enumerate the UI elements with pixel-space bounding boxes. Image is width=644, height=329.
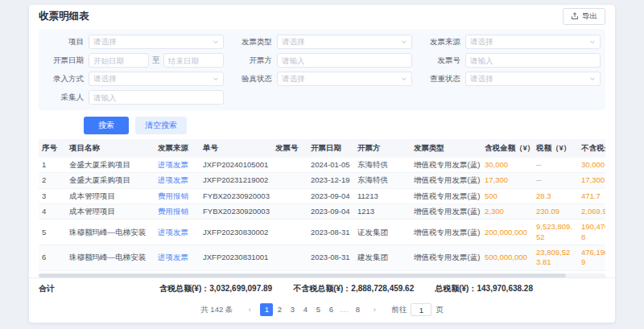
horizontal-scrollbar[interactable] xyxy=(39,273,605,278)
table-row[interactable]: 4成本管理项目费用报销FYBX202309200032023-09-041213… xyxy=(39,204,605,220)
cell-seq: 3 xyxy=(39,188,66,204)
filter-field-1: 发票类型请选择 xyxy=(232,35,412,49)
column-header-source: 发票来源 xyxy=(155,139,200,158)
cell-type: 增值税专用发票(蓝) xyxy=(411,173,481,188)
cell-tax: 230.09 xyxy=(533,204,578,220)
pagination: 共 142 条 ‹ 123456...8 › 前往 页 xyxy=(29,299,615,323)
table-row[interactable]: 6珠穆额玛峰—电梯安装进项发票JXFP202308310012023-08-31… xyxy=(39,245,605,271)
cell-source: 进项发票 xyxy=(155,245,200,271)
next-page-button[interactable]: › xyxy=(368,303,381,316)
total-count: 共 142 条 xyxy=(200,305,233,315)
column-header-tax: 税额（¥） xyxy=(533,139,578,158)
column-header-seq: 序号 xyxy=(39,139,66,158)
cell-type: 增值税专用发票(蓝) xyxy=(411,188,481,204)
page-button-3[interactable]: 3 xyxy=(286,303,299,316)
summary-item: 总税额(¥)：143,970,638.28 xyxy=(435,283,533,294)
filter-select[interactable]: 请选择 xyxy=(465,35,601,49)
table-row[interactable]: 5珠穆额玛峰—电梯安装进项发票JXFP202308300022023-08-31… xyxy=(39,220,605,245)
export-label: 导出 xyxy=(582,11,597,22)
table-row[interactable]: 2金盛大厦采购项目进项发票JXFP202312190022023-12-19东海… xyxy=(39,173,605,188)
cell-seq: 6 xyxy=(39,245,66,271)
data-table: 序号项目名称发票来源单号发票号开票日期开票方发票类型含税金额（¥）税额（¥）不含… xyxy=(39,139,605,278)
summary-item-value: 2,888,728,459.62 xyxy=(351,284,414,293)
table-head: 序号项目名称发票来源单号发票号开票日期开票方发票类型含税金额（¥）税额（¥）不含… xyxy=(39,139,605,158)
page-button-5[interactable]: 5 xyxy=(312,303,324,316)
more-pages-button[interactable]: ... xyxy=(337,303,351,316)
summary-item: 不含税总额(¥)：2,888,728,459.62 xyxy=(293,283,414,294)
filter-input[interactable] xyxy=(89,90,224,105)
prev-page-button[interactable]: ‹ xyxy=(243,303,256,316)
cell-source: 进项发票 xyxy=(155,220,200,245)
table-row[interactable]: 3成本管理项目费用报销FYBX202309200032023-09-041121… xyxy=(39,188,605,204)
filter-select[interactable]: 请选择 xyxy=(89,72,224,86)
cell-date: 2024-01-05 xyxy=(308,158,354,173)
date-start-input[interactable] xyxy=(89,53,149,68)
cell-project: 珠穆额玛峰—电梯安装 xyxy=(66,245,155,271)
cell-tax: 28.3 xyxy=(533,188,578,204)
clear-search-button[interactable]: 清空搜索 xyxy=(135,117,187,134)
cell-invoice_no xyxy=(272,173,308,188)
cell-order_no: FYBX20230920003 xyxy=(200,188,272,204)
cell-amount_with_tax: 30,000 xyxy=(481,158,533,173)
cell-type: 增值税专用发票(蓝) xyxy=(411,245,481,271)
filter-field-5: 发票号 xyxy=(420,53,601,68)
chevron-down-icon xyxy=(213,39,219,45)
scrollbar-thumb[interactable] xyxy=(39,273,566,278)
filter-input[interactable] xyxy=(277,53,412,68)
date-end-input[interactable] xyxy=(163,53,224,68)
chevron-down-icon xyxy=(401,76,407,82)
filter-select[interactable]: 请选择 xyxy=(89,35,224,49)
cell-amount_with_tax: 500 xyxy=(481,188,533,204)
cell-project: 成本管理项目 xyxy=(66,204,155,220)
cell-order_no: JXFP20231219002 xyxy=(200,173,272,188)
page-button-6[interactable]: 6 xyxy=(324,303,337,316)
cell-tax: -- xyxy=(533,173,578,188)
summary-item-label: 不含税总额(¥)： xyxy=(293,284,351,293)
filter-label: 开票方 xyxy=(232,56,272,66)
cell-seq: 1 xyxy=(39,158,66,173)
select-placeholder: 请选择 xyxy=(282,74,305,84)
chevron-down-icon xyxy=(589,39,596,45)
select-placeholder: 请选择 xyxy=(93,74,117,84)
cell-amount_without_tax: 2,069.91 xyxy=(578,204,605,220)
table-row[interactable]: 1金盛大厦采购项目进项发票JXFP202401050012024-01-05东海… xyxy=(39,158,605,173)
cell-invoice_no xyxy=(272,158,308,173)
page-button-1[interactable]: 1 xyxy=(260,303,273,316)
column-header-issuer: 开票方 xyxy=(354,139,411,158)
filter-select[interactable]: 请选择 xyxy=(277,72,412,86)
cell-date: 2023-12-19 xyxy=(308,173,354,188)
filter-field-0: 项目请选择 xyxy=(43,35,224,49)
goto-page-input[interactable] xyxy=(411,303,431,316)
card-header: 收票明细表 导出 xyxy=(29,5,615,27)
column-header-project: 项目名称 xyxy=(66,139,155,158)
filter-field-4: 开票方 xyxy=(232,53,412,68)
chevron-down-icon xyxy=(213,76,219,82)
cell-issuer: 11213 xyxy=(354,188,411,204)
select-placeholder: 请选择 xyxy=(470,37,493,47)
filter-field-8: 查重状态请选择 xyxy=(420,72,601,86)
filter-label: 发票来源 xyxy=(420,37,460,47)
search-button[interactable]: 搜索 xyxy=(84,117,129,134)
filter-select[interactable]: 请选择 xyxy=(465,72,601,86)
cell-source: 进项发票 xyxy=(155,158,200,173)
select-placeholder: 请选择 xyxy=(282,37,305,47)
column-header-invoice_no: 发票号 xyxy=(272,139,308,158)
filter-field-3: 开票日期至 xyxy=(43,53,224,68)
cell-seq: 4 xyxy=(39,204,66,220)
cell-type: 增值税专用发票(蓝) xyxy=(411,220,481,245)
cell-issuer: 证发集团 xyxy=(354,220,411,245)
export-button[interactable]: 导出 xyxy=(563,8,605,25)
filter-input[interactable] xyxy=(465,53,601,68)
column-header-amount_without_tax: 不含税金额（¥） xyxy=(578,139,605,158)
filter-select[interactable]: 请选择 xyxy=(277,35,412,49)
date-separator: 至 xyxy=(152,55,160,66)
cell-amount_without_tax: 17,300 xyxy=(578,173,605,188)
chevron-down-icon xyxy=(589,76,596,82)
page-button-2[interactable]: 2 xyxy=(273,303,286,316)
page-button-4[interactable]: 4 xyxy=(299,303,312,316)
filter-actions: 搜索 清空搜索 xyxy=(39,117,605,134)
column-header-order_no: 单号 xyxy=(200,139,272,158)
column-header-type: 发票类型 xyxy=(411,139,481,158)
page-button-8[interactable]: 8 xyxy=(351,303,364,316)
cell-issuer: 建发集团 xyxy=(354,245,411,271)
